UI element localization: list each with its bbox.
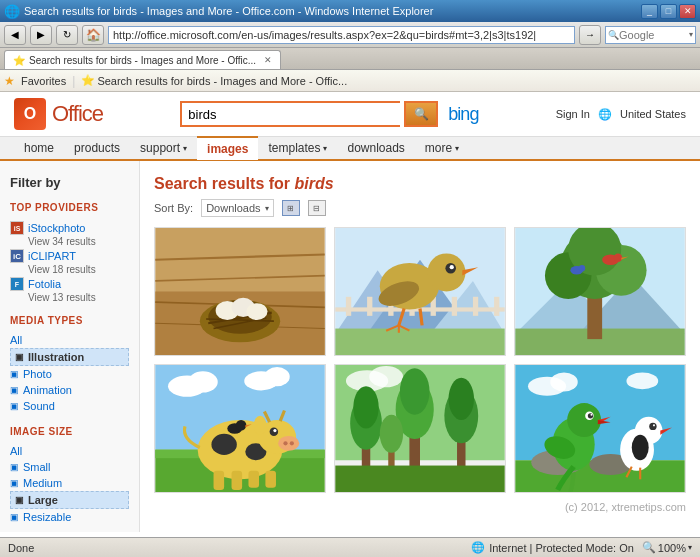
media-sound[interactable]: ▣ Sound xyxy=(10,398,129,414)
svg-rect-25 xyxy=(452,297,457,316)
media-animation-icon: ▣ xyxy=(10,385,19,395)
svg-point-57 xyxy=(264,367,289,386)
svg-point-90 xyxy=(449,378,474,420)
fav-icon: ⭐ xyxy=(81,74,95,87)
office-search-bar: birds 🔍 bing xyxy=(180,101,478,127)
nav-products-label: products xyxy=(74,141,120,155)
globe-icon: 🌐 xyxy=(598,108,612,121)
media-photo-label: Photo xyxy=(23,368,52,380)
office-brand-name: Office xyxy=(52,101,103,127)
provider-fotolia[interactable]: F Fotolia xyxy=(10,275,129,293)
go-button[interactable]: → xyxy=(579,25,601,45)
office-logo-icon: O xyxy=(14,98,46,130)
nav-item-home[interactable]: home xyxy=(14,136,64,160)
sort-arrow-icon: ▾ xyxy=(265,204,269,213)
sign-in-link[interactable]: Sign In xyxy=(556,108,590,120)
close-button[interactable]: ✕ xyxy=(679,4,696,19)
zoom-arrow: ▾ xyxy=(688,543,692,552)
nav-item-products[interactable]: products xyxy=(64,136,130,160)
image-cell-4[interactable] xyxy=(154,364,326,493)
image-cell-1[interactable] xyxy=(154,227,326,356)
media-all[interactable]: All xyxy=(10,332,129,348)
svg-point-68 xyxy=(273,429,276,432)
back-button[interactable]: ◀ xyxy=(4,25,26,45)
svg-point-84 xyxy=(353,386,378,428)
provider-iclipart-label: iCLIPART xyxy=(28,250,76,262)
search-input[interactable] xyxy=(619,29,689,41)
title-bar-left: 🌐 Search results for birds - Images and … xyxy=(4,4,433,19)
top-providers-title: TOP PROVIDERS xyxy=(10,202,129,213)
status-text: Done xyxy=(8,542,34,554)
nav-more-arrow: ▾ xyxy=(455,144,459,153)
image-cell-5[interactable] xyxy=(334,364,506,493)
tab-close-icon[interactable]: ✕ xyxy=(264,55,272,65)
zoom-value: 100% xyxy=(658,542,686,554)
nav-item-templates[interactable]: templates ▾ xyxy=(258,136,337,160)
tab-icon: ⭐ xyxy=(13,55,25,66)
nav-item-support[interactable]: support ▾ xyxy=(130,136,197,160)
nav-item-downloads[interactable]: downloads xyxy=(337,136,414,160)
svg-rect-18 xyxy=(335,329,504,355)
minimize-button[interactable]: _ xyxy=(641,4,658,19)
size-large-icon: ▣ xyxy=(15,495,24,505)
media-animation[interactable]: ▣ Animation xyxy=(10,382,129,398)
provider-iclipart[interactable]: iC iCLIPART xyxy=(10,247,129,265)
media-photo[interactable]: ▣ Photo xyxy=(10,366,129,382)
nav-more-label: more xyxy=(425,141,452,155)
refresh-button[interactable]: ↻ xyxy=(56,25,78,45)
view-list-button[interactable]: ⊟ xyxy=(308,200,326,216)
istockphoto-count: View 34 results xyxy=(28,236,129,247)
tab-birds[interactable]: ⭐ Search results for birds - Images and … xyxy=(4,50,281,69)
image-cell-2[interactable] xyxy=(334,227,506,356)
svg-rect-72 xyxy=(214,471,225,490)
results-area: Search results for birds Sort By: Downlo… xyxy=(140,161,700,532)
size-large[interactable]: ▣ Large xyxy=(10,491,129,509)
restore-button[interactable]: □ xyxy=(660,4,677,19)
zoom-control[interactable]: 🔍 100% ▾ xyxy=(642,541,692,554)
svg-point-102 xyxy=(567,403,601,437)
provider-istockphoto[interactable]: iS iStockphoto xyxy=(10,219,129,237)
nav-item-images[interactable]: images xyxy=(197,136,258,160)
office-search-button[interactable]: 🔍 xyxy=(404,101,438,127)
region-label[interactable]: United States xyxy=(620,108,686,120)
favorites-label[interactable]: Favorites xyxy=(21,75,66,87)
media-illustration[interactable]: ▣ Illustration xyxy=(10,348,129,366)
size-medium[interactable]: ▣ Medium xyxy=(10,475,129,491)
results-title-prefix: Search results for xyxy=(154,175,295,192)
nav-support-arrow: ▾ xyxy=(183,144,187,153)
home-button[interactable]: 🏠 xyxy=(82,25,104,45)
tabs-bar: ⭐ Search results for birds - Images and … xyxy=(0,48,700,70)
size-all[interactable]: All xyxy=(10,443,129,459)
svg-rect-93 xyxy=(335,466,504,492)
zone-label: Internet | Protected Mode: On xyxy=(489,542,634,554)
svg-point-64 xyxy=(278,436,299,451)
fav-label: Search results for birds - Images and Mo… xyxy=(97,75,347,87)
title-bar: 🌐 Search results for birds - Images and … xyxy=(0,0,700,22)
sort-dropdown[interactable]: Downloads ▾ xyxy=(201,199,273,217)
svg-point-61 xyxy=(211,434,236,455)
favorites-item-1[interactable]: ⭐ Search results for birds - Images and … xyxy=(81,74,347,87)
media-photo-icon: ▣ xyxy=(10,369,19,379)
title-bar-controls[interactable]: _ □ ✕ xyxy=(641,4,696,19)
image-cell-6[interactable] xyxy=(514,364,686,493)
address-input[interactable]: http://office.microsoft.com/en-us/images… xyxy=(108,26,575,44)
size-small-icon: ▣ xyxy=(10,462,19,472)
svg-rect-74 xyxy=(248,471,259,488)
status-right: 🌐 Internet | Protected Mode: On 🔍 100% ▾ xyxy=(471,541,692,554)
window-title: Search results for birds - Images and Mo… xyxy=(24,5,433,17)
forward-button[interactable]: ▶ xyxy=(30,25,52,45)
logo-letter: O xyxy=(24,105,36,123)
view-grid-button[interactable]: ⊞ xyxy=(282,200,300,216)
image-cell-3[interactable] xyxy=(514,227,686,356)
svg-point-96 xyxy=(550,372,578,391)
size-small[interactable]: ▣ Small xyxy=(10,459,129,475)
office-search-input[interactable]: birds xyxy=(180,101,400,127)
fotolia-count: View 13 results xyxy=(28,292,129,303)
svg-point-13 xyxy=(246,303,267,320)
zoom-icon: 🔍 xyxy=(642,541,656,554)
nav-support-label: support xyxy=(140,141,180,155)
size-medium-label: Medium xyxy=(23,477,62,489)
nav-item-more[interactable]: more ▾ xyxy=(415,136,469,160)
size-resizable[interactable]: ▣ Resizable xyxy=(10,509,129,525)
address-bar: ◀ ▶ ↻ 🏠 http://office.microsoft.com/en-u… xyxy=(0,22,700,48)
